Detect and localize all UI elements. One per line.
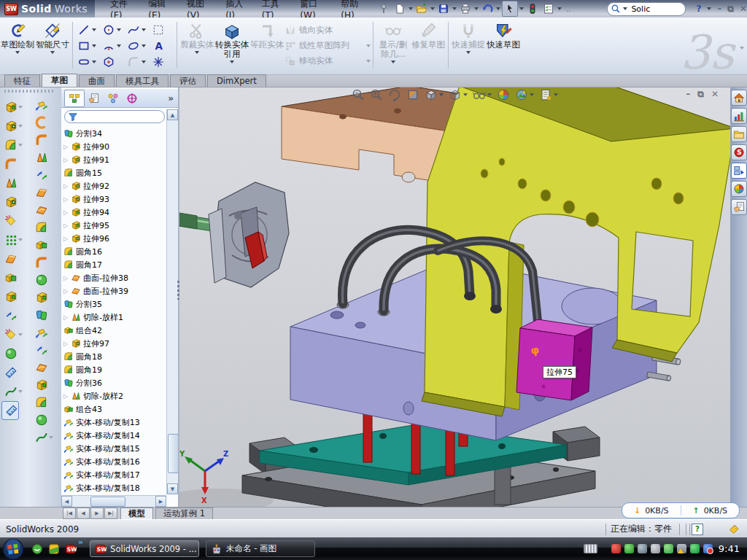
sketch-entity-button[interactable] <box>75 22 100 38</box>
feature-manager-tab[interactable] <box>64 90 85 107</box>
expand-arrow-icon[interactable]: ▷ <box>63 222 71 229</box>
ribbon-row-button[interactable]: 线性草图阵列 <box>285 38 371 53</box>
quick-launch-icon[interactable] <box>48 543 60 555</box>
restore-button[interactable]: ⧉ <box>727 4 734 14</box>
tray-icon[interactable] <box>611 544 621 553</box>
quick-launch-icon[interactable] <box>65 543 77 555</box>
ribbon-button-dropdown[interactable] <box>466 51 471 54</box>
feature-tool-button[interactable] <box>1 401 19 420</box>
tray-icon[interactable] <box>638 544 647 553</box>
expand-arrow-icon[interactable]: ▷ <box>63 236 71 242</box>
sketch-entity-button[interactable] <box>125 54 150 70</box>
feature-tool-button[interactable] <box>1 325 23 344</box>
tray-icon[interactable] <box>651 544 660 553</box>
feature-tree-item[interactable]: ▷ 拉伸97 <box>61 337 166 350</box>
scroll-left-arrow[interactable]: ◀ <box>61 496 72 507</box>
tray-icon[interactable] <box>703 544 713 553</box>
expand-arrow-icon[interactable]: ▷ <box>63 275 71 281</box>
part-nozzle-clamp[interactable] <box>209 182 289 287</box>
view-tool-dropdown[interactable] <box>463 93 468 96</box>
tree-filter-box[interactable] <box>64 110 165 123</box>
undo-button[interactable] <box>480 1 495 16</box>
surface-tool-button[interactable] <box>32 429 53 446</box>
feature-tree-item[interactable]: 实体-移动/复制14 <box>61 429 166 442</box>
expand-arrow-icon[interactable]: ▷ <box>63 157 71 163</box>
pin-toolbar-button[interactable] <box>376 1 391 16</box>
feature-tool-dropdown[interactable] <box>18 106 23 109</box>
graphics-viewport[interactable]: φ <box>179 88 730 507</box>
ribbon-big-button[interactable]: 转换实体引用 <box>214 20 249 70</box>
feature-tool-dropdown[interactable] <box>18 125 23 128</box>
surface-tool-button[interactable] <box>32 289 48 306</box>
expand-arrow-icon[interactable]: ▷ <box>63 341 71 347</box>
expand-arrow-icon[interactable]: ▷ <box>63 393 71 400</box>
ribbon-row-button[interactable]: 移动实体 <box>285 53 371 69</box>
expand-arrow-icon[interactable]: ▷ <box>63 196 71 203</box>
view-tool-button[interactable] <box>406 88 419 101</box>
feature-tree-item[interactable]: 组合42 <box>61 324 166 337</box>
view-tool-button[interactable] <box>497 88 510 101</box>
doc-minimize-button[interactable]: – <box>686 89 690 99</box>
sketch-entity-button[interactable] <box>150 22 174 38</box>
feature-tree-item[interactable]: 分割35 <box>61 298 166 311</box>
configuration-manager-tab[interactable] <box>104 90 123 106</box>
feature-tree-item[interactable]: 分割34 <box>61 127 166 140</box>
feature-tree-item[interactable]: 实体-移动/复制15 <box>61 442 166 455</box>
feature-tool-button[interactable] <box>1 155 18 174</box>
interference-check-button[interactable] <box>525 1 540 16</box>
ribbon-button-dropdown[interactable] <box>230 61 234 63</box>
select-tool-dropdown[interactable] <box>519 7 524 10</box>
ribbon-big-button[interactable]: 智能尺寸 <box>35 20 70 70</box>
command-tab[interactable]: 草图 <box>42 74 77 87</box>
property-manager-tab[interactable] <box>85 90 104 106</box>
surface-tool-button[interactable] <box>32 394 48 411</box>
taskbar-clock[interactable]: 9:41 <box>719 543 740 554</box>
feature-tree-item[interactable]: ▷ 切除-放样2 <box>61 389 166 402</box>
feature-tool-dropdown[interactable] <box>18 238 23 241</box>
feature-tree-item[interactable]: 圆角16 <box>61 245 166 258</box>
view-tool-button[interactable] <box>425 88 444 101</box>
options-button[interactable] <box>541 1 556 16</box>
sketch-entity-button[interactable] <box>150 38 174 54</box>
tray-icon[interactable] <box>664 544 673 553</box>
feature-tool-button[interactable] <box>1 363 18 382</box>
feature-tool-dropdown[interactable] <box>18 333 23 336</box>
view-tool-dropdown[interactable] <box>530 93 534 96</box>
surface-tool-button[interactable] <box>32 411 48 429</box>
ribbon-button-dropdown[interactable] <box>195 51 199 54</box>
manager-tabs-chevron[interactable]: » <box>168 93 174 104</box>
ribbon-button-dropdown[interactable] <box>50 51 55 54</box>
ribbon-big-button[interactable]: 修复草图 <box>411 20 446 70</box>
study-tab[interactable]: 运动算例 1 <box>155 508 213 520</box>
task-pane-button[interactable] <box>731 90 747 106</box>
expand-arrow-icon[interactable]: ▷ <box>63 209 71 216</box>
surface-tool-button[interactable] <box>32 376 48 394</box>
scroll-right-arrow[interactable]: ▶ <box>155 496 166 507</box>
task-pane-button[interactable] <box>731 126 747 142</box>
feature-tool-button[interactable] <box>1 230 23 249</box>
doc-close-button[interactable]: ✕ <box>711 89 719 99</box>
view-tool-button[interactable] <box>473 88 492 101</box>
sketch-entity-button[interactable] <box>100 22 125 38</box>
feature-tree-item[interactable]: 实体-移动/复制13 <box>61 416 166 429</box>
study-nav-button[interactable]: ▶| <box>104 508 117 519</box>
surface-tool-button[interactable] <box>32 201 48 219</box>
undo-dropdown[interactable] <box>496 7 500 10</box>
tree-vertical-scrollbar[interactable]: ▲ ▼ <box>166 109 178 494</box>
dimxpert-manager-tab[interactable] <box>123 90 142 106</box>
feature-tree-item[interactable]: 圆角17 <box>61 258 166 271</box>
surface-tool-button[interactable] <box>32 306 48 324</box>
ribbon-button-dropdown[interactable] <box>15 51 20 54</box>
feature-tree-item[interactable]: 圆角15 <box>61 166 166 179</box>
feature-tree-item[interactable]: 实体-移动/复制18 <box>61 481 166 494</box>
sketch-entity-dropdown[interactable] <box>92 28 96 31</box>
tray-icon[interactable] <box>624 544 634 553</box>
view-tool-dropdown[interactable] <box>487 93 492 96</box>
open-file-dropdown[interactable] <box>430 7 435 10</box>
surface-tool-button[interactable] <box>32 166 48 184</box>
start-button[interactable] <box>2 538 24 560</box>
view-tool-button[interactable] <box>388 88 401 101</box>
ribbon-big-button[interactable]: 显示/删除几... <box>376 20 411 70</box>
task-pane-button[interactable] <box>731 199 747 215</box>
feature-tool-dropdown[interactable] <box>18 144 23 147</box>
